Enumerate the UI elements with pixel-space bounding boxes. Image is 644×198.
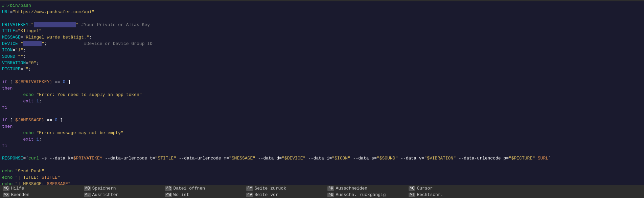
editor-line: PRIVATEKEY=" " #Your Private or Alias Ke… [2,22,642,28]
editor[interactable]: #!/bin/bashURL="https://www.pushsafer.co… [0,1,644,185]
shortcut-label: Ausrichten [92,192,118,197]
shortcut-item[interactable]: ^KAusschneiden [325,186,406,191]
editor-line: echo "| MESSAGE: $MESSAGE" [2,181,642,185]
bottom-bar: ^GHilfe^OSpeichern^RDatei öffnen^YSeite … [0,185,644,198]
shortcut-item[interactable]: ^GHilfe [0,186,81,191]
editor-line [2,73,642,79]
shortcut-item[interactable]: ^UAusschn. rückgängig [325,192,406,197]
shortcut-item[interactable]: ^OSpeichern [81,186,162,191]
shortcut-key: ^C [409,186,415,191]
shortcut-label: Ausschn. rückgängig [336,192,386,197]
editor-line: TITLE="Klingel" [2,28,642,34]
shortcut-row-1: ^GHilfe^OSpeichern^RDatei öffnen^YSeite … [0,185,644,192]
shortcut-item[interactable]: ^WWo ist [162,192,244,197]
shortcut-label: Seite vor [254,192,278,197]
shortcut-key: ^U [327,193,334,197]
editor-line: echo "Error: You need to supply an app t… [2,92,642,98]
editor-line: fi [2,143,642,149]
shortcut-key: ^V [246,193,253,197]
shortcut-item[interactable]: ^YSeite zurück [244,186,325,191]
editor-line: if [ ${#PRIVATEKEY} == 0 ] [2,79,642,85]
shortcut-key: ^T [409,193,415,197]
shortcut-key: ^Y [246,186,253,191]
editor-line: echo "Error: message may not be empty" [2,130,642,137]
editor-line: echo "Send Push" [2,168,642,175]
shortcut-label: Speichern [92,186,116,191]
shortcut-row-2: ^XBeenden^JAusrichten^WWo ist^VSeite vor… [0,192,644,198]
shortcut-label: Wo ist [173,192,189,197]
shortcut-label: Rechtschr. [417,192,443,197]
shortcut-item[interactable]: ^TRechtschr. [406,192,487,197]
editor-line: echo "| TITLE: $TITLE" [2,175,642,181]
shortcut-key: ^R [165,186,172,191]
editor-line: exit 1; [2,137,642,143]
shortcut-label: Seite zurück [254,186,286,191]
editor-line [2,111,642,117]
shortcut-key: ^G [3,186,9,191]
editor-line [2,149,642,155]
editor-line [2,162,642,168]
shortcut-label: Hilfe [11,186,24,191]
editor-line: exit 1; [2,98,642,105]
editor-line: DEVICE=" "; #Device or Device Group ID [2,41,642,47]
editor-line: SOUND=""; [2,54,642,60]
editor-line: URL="https://www.pushsafer.com/api" [2,9,642,16]
editor-line: then [2,85,642,92]
editor-line: MESSAGE="Klingel wurde betätigt."; [2,34,642,41]
shortcut-label: Beenden [11,192,29,197]
editor-line: then [2,124,642,130]
shortcut-key: ^X [3,193,9,197]
shortcut-item[interactable]: ^VSeite vor [244,192,325,197]
shortcut-key: ^W [165,193,172,197]
shortcut-item[interactable]: ^CCursor [406,186,487,191]
shortcut-item[interactable]: ^JAusrichten [81,192,162,197]
shortcut-key: ^J [84,193,91,197]
shortcut-key: ^O [84,186,91,191]
editor-line: VIBRATION="0"; [2,60,642,67]
shortcut-item[interactable]: ^XBeenden [0,192,81,197]
editor-line: PICTURE=""; [2,66,642,73]
shortcut-label: Datei öffnen [173,186,205,191]
editor-line: #!/bin/bash [2,3,642,9]
shortcut-label: Cursor [417,186,433,191]
shortcut-label: Ausschneiden [336,186,367,191]
editor-line [2,16,642,22]
editor-line: ICON="1"; [2,47,642,54]
shortcut-key: ^K [327,186,334,191]
editor-line: fi [2,105,642,111]
editor-line: RESPONSE=`curl -s --data k=$PRIVATEKEY -… [2,155,642,162]
shortcut-item[interactable]: ^RDatei öffnen [162,186,244,191]
editor-line: if [ ${#MESSAGE} == 0 ] [2,117,642,124]
